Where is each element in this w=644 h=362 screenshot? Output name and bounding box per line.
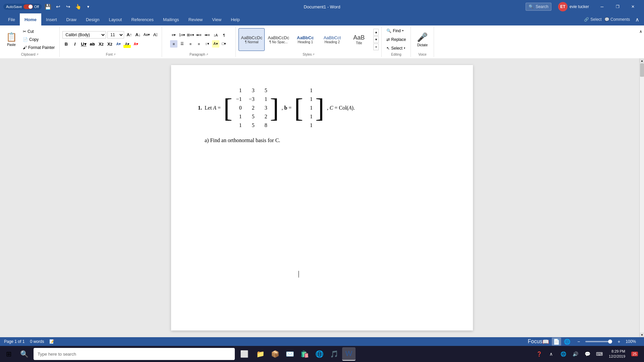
user-avatar[interactable]: ET: [558, 2, 568, 11]
tab-references[interactable]: References: [126, 13, 158, 25]
start-button[interactable]: ⊞: [0, 346, 17, 362]
voice-label[interactable]: Voice: [418, 52, 426, 57]
share-button[interactable]: 🔗 Select: [584, 17, 601, 22]
scroll-thumb[interactable]: [640, 63, 644, 77]
select-button[interactable]: ↖ Select ▾: [384, 45, 408, 52]
minimize-button[interactable]: –: [594, 0, 610, 13]
save-button[interactable]: 💾: [44, 3, 52, 10]
style-heading1[interactable]: AaBbCc Heading 1: [292, 28, 318, 51]
taskbar-task-view[interactable]: ⬜: [237, 347, 251, 361]
scroll-down-arrow[interactable]: ▼: [640, 333, 644, 337]
clipboard-label[interactable]: Clipboard ↗: [21, 52, 39, 57]
scroll-up-arrow[interactable]: ▲: [640, 58, 644, 63]
action-center[interactable]: 25: [629, 349, 640, 359]
tab-draw[interactable]: Draw: [62, 13, 81, 25]
tab-design[interactable]: Design: [81, 13, 104, 25]
cut-button[interactable]: ✂ Cut: [21, 28, 57, 35]
align-left-button[interactable]: ≡: [170, 40, 177, 48]
font-size-decrease-button[interactable]: A↓: [134, 31, 142, 39]
tab-view[interactable]: View: [207, 13, 226, 25]
font-size-select[interactable]: 11: [107, 31, 124, 39]
underline-button[interactable]: U▾: [80, 41, 87, 48]
shading-button[interactable]: A▾: [212, 40, 219, 48]
font-label[interactable]: Font ↗: [106, 52, 116, 57]
customize-qat[interactable]: ▾: [85, 3, 92, 10]
replace-button[interactable]: ⇄ Replace: [384, 36, 408, 43]
tab-review[interactable]: Review: [184, 13, 208, 25]
taskbar-word[interactable]: W: [342, 347, 356, 361]
borders-button[interactable]: □▾: [220, 40, 228, 48]
copy-button[interactable]: 📄 Copy: [21, 36, 57, 43]
autosave-toggle[interactable]: AutoSave Off: [3, 4, 42, 10]
zoom-slider-thumb[interactable]: [608, 340, 612, 344]
font-size-increase-button[interactable]: A↑: [125, 31, 133, 39]
tab-mailings[interactable]: Mailings: [158, 13, 184, 25]
zoom-out-button[interactable]: −: [573, 336, 584, 347]
taskbar-clock[interactable]: 8:29 PM 12/2/2019: [606, 348, 628, 361]
taskbar-file-explorer[interactable]: 📁: [254, 347, 267, 361]
vertical-scrollbar[interactable]: ▲ ▼: [639, 58, 644, 337]
web-layout-button[interactable]: 🌐: [562, 338, 572, 346]
italic-button[interactable]: I: [71, 41, 78, 48]
editing-label[interactable]: Editing: [391, 52, 401, 57]
justify-button[interactable]: ≡: [195, 40, 203, 48]
superscript-button[interactable]: X2: [106, 41, 113, 48]
read-mode-button[interactable]: 📖: [541, 338, 550, 346]
taskbar-speech[interactable]: 💬: [582, 349, 593, 359]
increase-indent-button[interactable]: ➡≡: [204, 32, 211, 39]
taskbar-chrome[interactable]: 🌐: [313, 347, 326, 361]
taskbar-spotify[interactable]: 🎵: [327, 347, 341, 361]
styles-label[interactable]: Styles ↗: [303, 52, 315, 57]
dictate-button[interactable]: 🎤 Dictate: [414, 28, 431, 51]
show-hide-button[interactable]: ¶: [220, 32, 228, 39]
align-center-button[interactable]: ☰: [178, 40, 186, 48]
word-count[interactable]: 0 words: [30, 339, 44, 344]
tab-file[interactable]: File: [3, 13, 20, 25]
tab-layout[interactable]: Layout: [104, 13, 126, 25]
font-family-select[interactable]: Calibri (Body): [62, 31, 106, 39]
styles-expand[interactable]: ≡: [373, 44, 379, 50]
line-spacing-button[interactable]: ↕▾: [204, 40, 211, 48]
taskbar-help[interactable]: ❓: [534, 349, 544, 359]
change-case-button[interactable]: Aa▾: [143, 31, 150, 39]
restore-button[interactable]: ❐: [610, 0, 625, 13]
styles-scroll-up[interactable]: ▲: [373, 29, 379, 36]
zoom-slider[interactable]: [585, 341, 612, 342]
decrease-indent-button[interactable]: ⬅≡: [195, 32, 203, 39]
zoom-in-button[interactable]: +: [613, 336, 624, 347]
taskbar-show-hidden[interactable]: ∧: [546, 349, 556, 359]
taskbar-input[interactable]: ⌨: [594, 349, 605, 359]
format-painter-button[interactable]: 🖌 Format Painter: [21, 44, 57, 51]
taskbar-search-icon[interactable]: 🔍: [17, 347, 31, 361]
multilevel-list-button[interactable]: ⊞≡▾: [187, 32, 194, 39]
tab-help[interactable]: Help: [226, 13, 245, 25]
ribbon-collapse-button[interactable]: ∧: [634, 16, 641, 23]
numbering-button[interactable]: 1≡▾: [178, 32, 186, 39]
strikethrough-button[interactable]: ab: [89, 41, 96, 48]
focus-button[interactable]: Focus: [530, 338, 540, 346]
taskbar-mail[interactable]: ✉️: [283, 347, 297, 361]
text-effects-button[interactable]: A▾: [115, 41, 122, 48]
paragraph-label[interactable]: Paragraph ↗: [190, 52, 208, 57]
autosave-switch[interactable]: [23, 4, 33, 9]
title-search-box[interactable]: 🔍 Search: [526, 3, 551, 11]
taskbar-sound[interactable]: 🔊: [570, 349, 581, 359]
style-no-space[interactable]: AaBbCcDc ¶ No Spac...: [265, 28, 291, 51]
style-heading2[interactable]: AaBbCct Heading 2: [319, 28, 345, 51]
align-right-button[interactable]: ≡: [187, 40, 194, 48]
redo-button[interactable]: ↪: [64, 3, 72, 10]
document-page[interactable]: 1. Let A = [ 135 −1−31 023 152 158 ] , b…: [171, 65, 473, 330]
proofing-errors[interactable]: 📝: [49, 339, 54, 344]
close-button[interactable]: ✕: [625, 0, 641, 13]
print-layout-button[interactable]: 📄: [552, 338, 561, 346]
tab-home[interactable]: Home: [20, 13, 41, 25]
bold-button[interactable]: B: [62, 41, 70, 48]
clear-formatting-button[interactable]: A⃝: [152, 31, 159, 39]
taskbar-store[interactable]: 🛍️: [298, 347, 311, 361]
tab-insert[interactable]: Insert: [41, 13, 62, 25]
taskbar-network[interactable]: 🌐: [558, 349, 569, 359]
page-count[interactable]: Page 1 of 1: [4, 339, 24, 344]
font-color-button[interactable]: A▾: [132, 41, 140, 48]
find-button[interactable]: 🔍 Find ▾: [384, 27, 408, 35]
bullets-button[interactable]: ≡▾: [170, 32, 177, 39]
